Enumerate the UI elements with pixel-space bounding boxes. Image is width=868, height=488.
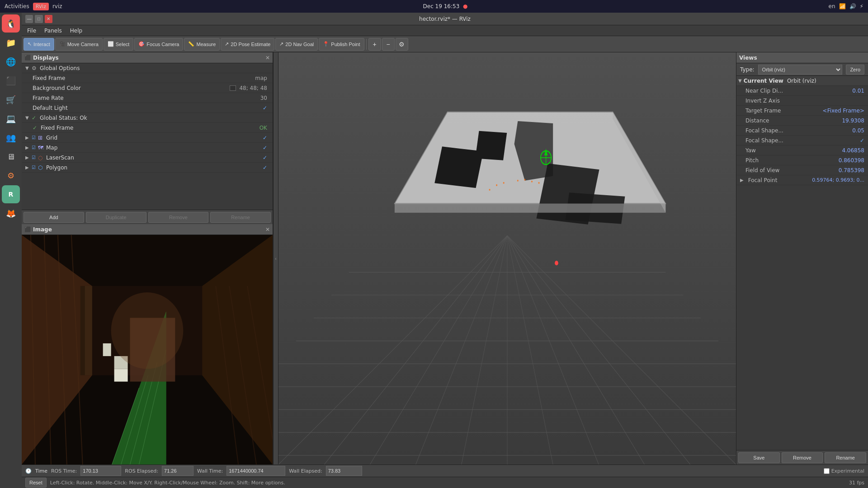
displays-close[interactable]: ✕	[265, 55, 270, 61]
views-save-button[interactable]: Save	[738, 452, 780, 463]
rename-button[interactable]: Rename	[210, 212, 271, 223]
move-camera-button[interactable]: 🎥 Move Camera	[55, 38, 103, 51]
laserscan-enabled: ✓	[263, 155, 271, 161]
map-expander[interactable]: ▶	[25, 145, 32, 150]
fixed-frame-row[interactable]: Fixed Frame map	[22, 73, 273, 83]
app-icon-firefox[interactable]: 🦊	[2, 204, 20, 222]
views-rename-button[interactable]: Rename	[825, 452, 866, 463]
focal-point-value[interactable]: 0.59764; 0.9693; 0...	[812, 177, 866, 183]
settings-icon-button[interactable]: ⚙	[396, 38, 408, 51]
near-clip-value[interactable]: 0.01	[852, 88, 866, 94]
menu-file[interactable]: File	[24, 27, 40, 35]
app-indicator[interactable]: RViz	[33, 3, 49, 10]
app-icon-appstore[interactable]: 🛒	[2, 90, 20, 108]
polygon-row[interactable]: ▶ ☑ ⬡ Polygon ✓	[22, 163, 273, 173]
polygon-checkbox[interactable]: ☑	[32, 165, 38, 170]
views-zero-button[interactable]: Zero	[846, 65, 864, 75]
app-icon-rviz[interactable]: R	[2, 185, 20, 203]
app-icon-robotics[interactable]: ⚙	[2, 166, 20, 184]
collapse-handle[interactable]: ‹	[273, 52, 278, 465]
displays-tree[interactable]: ▼ ⚙ Global Options Fixed Frame map Backg…	[22, 63, 273, 210]
ros-time-input[interactable]	[80, 466, 121, 476]
svg-point-60	[489, 189, 491, 191]
background-color-row[interactable]: Background Color 48; 48; 48	[22, 83, 273, 93]
frame-rate-row[interactable]: Frame Rate 30	[22, 93, 273, 103]
menu-panels[interactable]: Panels	[41, 27, 66, 35]
select-button[interactable]: ⬜ Select	[104, 38, 134, 51]
laserscan-checkbox[interactable]: ☑	[32, 155, 38, 160]
displays-buttons: Add Duplicate Remove Rename	[22, 210, 273, 224]
svg-point-64	[524, 179, 525, 181]
focus-camera-button[interactable]: 🎯 Focus Camera	[134, 38, 183, 51]
views-type-select[interactable]: Orbit (rviz)	[758, 65, 843, 75]
lang-indicator[interactable]: en	[829, 3, 835, 9]
experimental-checkbox[interactable]	[824, 468, 830, 474]
reset-button[interactable]: Reset	[25, 478, 47, 488]
polygon-expander[interactable]: ▶	[25, 165, 32, 170]
nav-icon: ↗	[279, 41, 283, 47]
wall-time-input[interactable]	[226, 466, 285, 476]
close-button[interactable]: ✕	[45, 15, 52, 23]
app-icon-browser[interactable]: 🌐	[2, 52, 20, 70]
interact-button[interactable]: ↖ Interact	[24, 38, 54, 51]
yaw-value[interactable]: 4.06858	[842, 147, 866, 154]
frame-rate-value[interactable]: 30	[260, 95, 271, 101]
system-bar-left: Activities RViz rviz	[5, 3, 62, 10]
add-icon-button[interactable]: +	[368, 38, 381, 51]
focal-shape1-value[interactable]: 0.05	[852, 127, 866, 134]
map-row[interactable]: ▶ ☑ 🗺 Map ✓	[22, 143, 273, 153]
default-light-row[interactable]: Default Light ✓	[22, 103, 273, 113]
maximize-button[interactable]: □	[35, 15, 42, 23]
minimize-button[interactable]: —	[25, 15, 33, 23]
remove-button[interactable]: Remove	[148, 212, 209, 223]
pitch-value[interactable]: 0.860398	[839, 157, 866, 164]
grid-expander[interactable]: ▶	[25, 135, 32, 140]
fixed-frame-value[interactable]: map	[255, 75, 271, 81]
time-icon: 🕐	[25, 468, 32, 474]
grid-row[interactable]: ▶ ☑ ⊞ Grid ✓	[22, 133, 273, 143]
activities-label[interactable]: Activities	[5, 3, 29, 9]
remove-icon-button[interactable]: −	[382, 38, 395, 51]
global-options-expander[interactable]: ▼	[25, 66, 32, 70]
target-frame-value[interactable]: <Fixed Frame>	[823, 108, 866, 114]
app-icon-ubuntu[interactable]: 🐧	[2, 14, 20, 33]
app-version[interactable]: rviz	[52, 3, 62, 9]
focal-point-expander[interactable]: ▶	[738, 178, 745, 183]
add-button[interactable]: Add	[24, 212, 84, 223]
map-checkbox[interactable]: ☑	[32, 145, 38, 150]
app-icon-console[interactable]: 🖥	[2, 147, 20, 165]
nav-goal-button[interactable]: ↗ 2D Nav Goal	[275, 38, 318, 51]
publish-point-button[interactable]: 📍 Publish Point	[319, 38, 364, 51]
global-status-row[interactable]: ▼ ✓ Global Status: Ok	[22, 113, 273, 123]
app-icon-teams[interactable]: 👥	[2, 128, 20, 146]
app-icon-files[interactable]: 📁	[2, 33, 20, 52]
menu-help[interactable]: Help	[66, 27, 86, 35]
near-clip-row: Near Clip Di... 0.01	[736, 86, 868, 96]
fixed-frame-status-row[interactable]: ✓ Fixed Frame OK	[22, 123, 273, 133]
app-icon-vscode[interactable]: 💻	[2, 109, 20, 127]
ros-elapsed-input[interactable]	[162, 466, 193, 476]
wall-elapsed-input[interactable]	[326, 466, 362, 476]
laserscan-expander[interactable]: ▶	[25, 155, 32, 160]
color-swatch	[230, 85, 236, 91]
grid-checkbox[interactable]: ☑	[32, 135, 38, 140]
global-options-row[interactable]: ▼ ⚙ Global Options	[22, 63, 273, 73]
fov-value[interactable]: 0.785398	[839, 167, 866, 174]
current-view-header[interactable]: ▼ Current View Orbit (rviz)	[736, 76, 868, 86]
focal-shape2-value[interactable]: ✓	[860, 137, 866, 144]
distance-value[interactable]: 19.9308	[842, 117, 866, 124]
laserscan-row[interactable]: ▶ ☑ ◌ LaserScan ✓	[22, 153, 273, 163]
focal-shape1-label: Focal Shape...	[738, 127, 852, 134]
image-close[interactable]: ✕	[265, 226, 270, 233]
pose-estimate-button[interactable]: ↗ 2D Pose Estimate	[221, 38, 274, 51]
measure-button[interactable]: 📏 Measure	[184, 38, 220, 51]
app-icon-terminal[interactable]: ⬛	[2, 71, 20, 89]
duplicate-button[interactable]: Duplicate	[86, 212, 146, 223]
3d-view[interactable]	[278, 52, 736, 465]
experimental-checkbox-label[interactable]: Experimental	[824, 468, 864, 474]
views-remove-button[interactable]: Remove	[782, 452, 823, 463]
polygon-label: Polygon	[46, 164, 263, 171]
global-status-expander[interactable]: ▼	[25, 115, 32, 120]
default-light-value[interactable]: ✓	[263, 105, 271, 111]
background-color-value[interactable]: 48; 48; 48	[230, 85, 271, 91]
